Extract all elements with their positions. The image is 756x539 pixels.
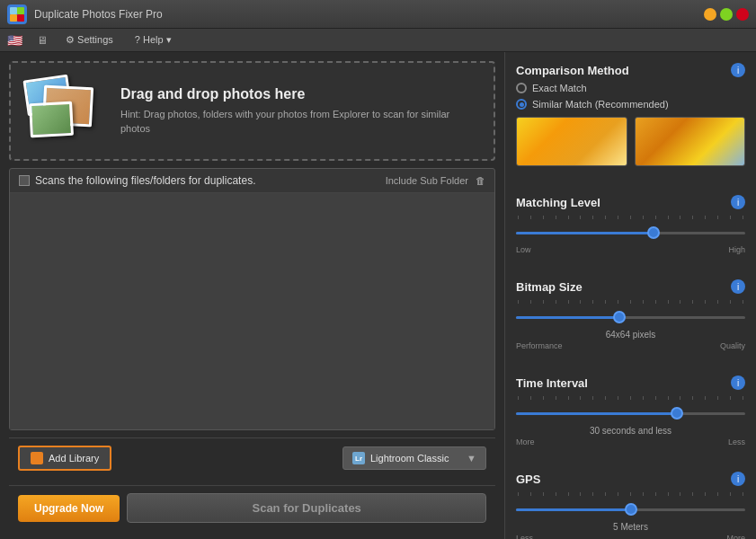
similar-match-circle <box>516 99 527 110</box>
tick <box>668 216 669 219</box>
tick <box>643 492 644 496</box>
tick <box>605 300 606 304</box>
drop-zone-heading: Drag and drop photos here <box>120 86 479 102</box>
bitmap-size-labels: Performance Quality <box>516 341 745 350</box>
tick <box>668 492 669 496</box>
tick <box>592 396 593 400</box>
menubar: 🇺🇸 🖥 ⚙ Settings ? Help ▾ <box>0 29 756 52</box>
matching-level-info-icon[interactable]: i <box>731 195 745 209</box>
drop-zone[interactable]: Drag and drop photos here Hint: Drag pho… <box>9 61 495 161</box>
tick <box>580 216 581 219</box>
bitmap-size-section: Bitmap Size i 64x64 pixels Performance Q… <box>516 279 745 350</box>
gps-ticks <box>516 491 745 497</box>
tick <box>655 216 656 219</box>
slider-track <box>516 412 745 415</box>
tick <box>568 216 569 219</box>
tick <box>668 396 669 400</box>
gps-section: GPS i 5 Meters Less More <box>516 472 745 539</box>
titlebar: Duplicate Photos Fixer Pro <box>0 0 756 29</box>
bitmap-size-slider[interactable] <box>516 308 745 326</box>
tick <box>543 492 544 496</box>
tick <box>705 216 706 219</box>
photo-thumb-3 <box>29 102 74 137</box>
bitmap-performance-label: Performance <box>516 341 563 350</box>
tick <box>717 300 718 304</box>
slider-track <box>516 316 745 319</box>
language-flag[interactable]: 🇺🇸 <box>7 33 22 48</box>
slider-thumb[interactable] <box>671 407 683 420</box>
upgrade-button[interactable]: Upgrade Now <box>18 495 120 522</box>
tick <box>518 492 519 496</box>
tick <box>568 396 569 400</box>
tick <box>680 216 680 219</box>
close-button[interactable] <box>736 8 749 21</box>
left-panel: Drag and drop photos here Hint: Drag pho… <box>0 52 504 539</box>
comparison-method-section: Comparison Method i Exact Match Similar … <box>516 63 745 173</box>
time-interval-slider[interactable] <box>516 404 745 422</box>
bitmap-size-header: Bitmap Size i <box>516 279 745 294</box>
svg-rect-1 <box>17 7 24 14</box>
time-interval-info-icon[interactable]: i <box>731 376 745 390</box>
titlebar-left: Duplicate Photos Fixer Pro <box>7 4 163 24</box>
include-subfolder-label: Include Sub Folder <box>386 175 468 186</box>
action-bar: Upgrade Now Scan for Duplicates <box>9 485 495 530</box>
scan-checkbox[interactable] <box>19 175 30 186</box>
matching-level-slider[interactable] <box>516 224 745 242</box>
delete-icon[interactable]: 🗑 <box>476 175 485 186</box>
matching-level-title: Matching Level <box>516 196 600 209</box>
slider-fill <box>516 232 654 234</box>
exact-match-radio[interactable]: Exact Match <box>516 83 745 93</box>
drop-zone-hint: Hint: Drag photos, folders with your pho… <box>120 108 479 136</box>
comparison-method-title: Comparison Method <box>516 64 629 77</box>
tick <box>618 492 618 496</box>
tick <box>692 396 693 400</box>
lightroom-dropdown[interactable]: Lr Lightroom Classic ▼ <box>342 446 486 470</box>
add-library-label: Add Library <box>49 453 99 464</box>
time-interval-section: Time Interval i 30 seconds and less More… <box>516 376 745 446</box>
slider-thumb[interactable] <box>625 503 637 516</box>
gps-info-icon[interactable]: i <box>731 472 745 486</box>
minimize-button[interactable] <box>704 8 716 21</box>
svg-rect-0 <box>10 7 17 14</box>
slider-fill <box>516 412 677 415</box>
help-menu[interactable]: ? Help ▾ <box>131 32 175 48</box>
tick <box>556 216 556 219</box>
comparison-method-info-icon[interactable]: i <box>731 63 745 77</box>
tick <box>730 216 731 219</box>
similar-match-radio[interactable]: Similar Match (Recommended) <box>516 99 745 110</box>
bitmap-size-title: Bitmap Size <box>516 280 583 294</box>
gps-slider[interactable] <box>516 500 745 518</box>
photos-preview <box>25 77 106 145</box>
settings-menu[interactable]: ⚙ Settings <box>62 32 117 48</box>
matching-level-labels: Low High <box>516 245 745 254</box>
tick <box>618 300 618 304</box>
tick <box>592 300 593 304</box>
tick <box>518 300 519 304</box>
main-container: Drag and drop photos here Hint: Drag pho… <box>0 52 756 539</box>
slider-thumb[interactable] <box>613 311 626 323</box>
tick <box>568 300 569 304</box>
radio-selected-dot <box>520 102 524 107</box>
similar-match-label: Similar Match (Recommended) <box>532 99 669 110</box>
bitmap-size-info-icon[interactable]: i <box>731 279 745 294</box>
exact-match-circle <box>516 83 527 93</box>
slider-thumb[interactable] <box>647 226 660 239</box>
time-interval-value: 30 seconds and less <box>516 426 745 436</box>
svg-rect-3 <box>17 14 24 22</box>
tick <box>530 492 531 496</box>
tick <box>655 396 656 400</box>
matching-high-label: High <box>728 245 745 254</box>
scan-area-header: Scans the following files/folders for du… <box>10 169 494 193</box>
tick <box>630 396 631 400</box>
scan-button[interactable]: Scan for Duplicates <box>127 493 486 523</box>
add-library-button[interactable]: Add Library <box>18 446 111 471</box>
tick <box>705 300 706 304</box>
slider-fill <box>516 316 619 319</box>
gps-less-label: Less <box>516 534 533 539</box>
lightroom-icon: Lr <box>352 452 365 464</box>
bitmap-ticks <box>516 299 745 305</box>
tick <box>655 492 656 496</box>
maximize-button[interactable] <box>720 8 733 21</box>
tick <box>530 300 531 304</box>
gps-header: GPS i <box>516 472 745 486</box>
